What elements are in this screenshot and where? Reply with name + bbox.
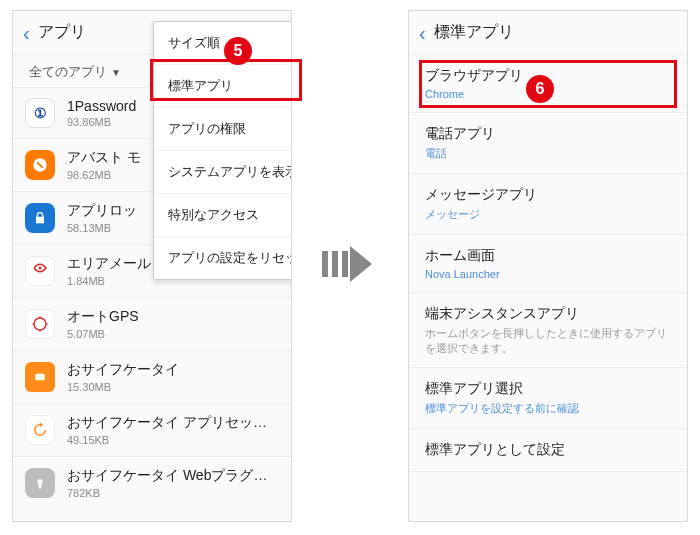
chevron-down-icon: ▼ [111,67,121,78]
app-icon-autogps [25,309,55,339]
svg-rect-5 [39,484,42,489]
app-size: 782KB [67,487,279,499]
setting-title: 電話アプリ [425,125,671,143]
setting-default-select[interactable]: 標準アプリ選択 標準アプリを設定する前に確認 [409,368,687,429]
app-size: 98.62MB [67,169,141,181]
setting-title: 標準アプリとして設定 [425,441,671,459]
app-icon-osaifu [25,362,55,392]
setting-phone-app[interactable]: 電話アプリ 電話 [409,113,687,174]
setting-value: メッセージ [425,207,671,222]
app-icon-areamail [25,256,55,286]
app-row[interactable]: おサイフケータイ アプリセットアップ 49.15KB [13,403,291,456]
menu-item-default-apps[interactable]: 標準アプリ [154,65,292,108]
app-size: 93.86MB [67,116,136,128]
menu-item-special-access[interactable]: 特別なアクセス [154,194,292,237]
app-name: アプリロッ [67,202,137,220]
app-size: 49.15KB [67,434,279,446]
setting-value: 電話 [425,146,671,161]
menu-item-show-system[interactable]: システムアプリを表示 [154,151,292,194]
setting-set-as-default[interactable]: 標準アプリとして設定 [409,429,687,472]
app-size: 58.13MB [67,222,137,234]
svg-point-4 [37,479,42,484]
setting-assistant-app[interactable]: 端末アシスタンスアプリ ホームボタンを長押ししたときに使用するアプリを選択できま… [409,293,687,368]
svg-point-1 [39,267,42,270]
app-icon-osaifu-web [25,468,55,498]
setting-message-app[interactable]: メッセージアプリ メッセージ [409,174,687,235]
arrow-right-icon [322,246,372,282]
setting-title: 端末アシスタンスアプリ [425,305,671,323]
menu-item-sort-size[interactable]: サイズ順 [154,22,292,65]
app-name: アバスト モ [67,149,141,167]
app-icon-avast [25,150,55,180]
app-size: 1.84MB [67,275,151,287]
overflow-menu: サイズ順 標準アプリ アプリの権限 システムアプリを表示 特別なアクセス アプリ… [153,21,292,280]
svg-point-2 [34,318,46,330]
app-icon-1password: ① [25,98,55,128]
header-title: アプリ [38,22,86,43]
app-name: オートGPS [67,308,139,326]
app-name: 1Password [67,98,136,114]
app-icon-osaifu-setup [25,415,55,445]
app-size: 15.30MB [67,381,179,393]
app-size: 5.07MB [67,328,139,340]
app-icon-applock [25,203,55,233]
menu-item-app-permissions[interactable]: アプリの権限 [154,108,292,151]
step-badge-6: 6 [526,75,554,103]
setting-value: Nova Launcher [425,268,671,280]
app-name: エリアメール [67,255,151,273]
menu-item-reset-prefs[interactable]: アプリの設定をリセット [154,237,292,279]
step-badge-5: 5 [224,37,252,65]
filter-label: 全てのアプリ [29,63,107,81]
header-title: 標準アプリ [434,22,514,43]
app-name: おサイフケータイ Webプラグイン [67,467,279,485]
default-apps-list: ブラウザアプリ Chrome 電話アプリ 電話 メッセージアプリ メッセージ ホ… [409,55,687,472]
setting-description: ホームボタンを長押ししたときに使用するアプリを選択できます。 [425,326,671,355]
app-name: おサイフケータイ アプリセットアップ [67,414,279,432]
app-row[interactable]: おサイフケータイ Webプラグイン 782KB [13,456,291,509]
app-row[interactable]: オートGPS 5.07MB [13,297,291,350]
back-icon[interactable]: ‹ [23,23,30,43]
setting-value: 標準アプリを設定する前に確認 [425,401,671,416]
svg-rect-3 [35,374,44,381]
app-name: おサイフケータイ [67,361,179,379]
setting-title: 標準アプリ選択 [425,380,671,398]
header-bar: ‹ 標準アプリ [409,11,687,55]
back-icon[interactable]: ‹ [419,23,426,43]
setting-title: メッセージアプリ [425,186,671,204]
app-row[interactable]: おサイフケータイ 15.30MB [13,350,291,403]
phone-apps-screen: ‹ アプリ 全てのアプリ ▼ ① 1Password 93.86MB アバスト … [12,10,292,522]
setting-home-app[interactable]: ホーム画面 Nova Launcher [409,235,687,293]
setting-title: ホーム画面 [425,247,671,265]
